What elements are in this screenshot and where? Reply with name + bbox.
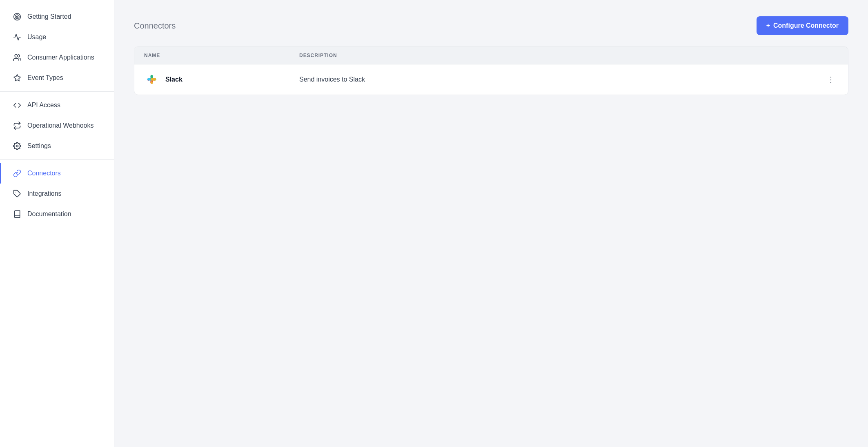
target-icon xyxy=(13,12,22,21)
plus-icon: + xyxy=(766,22,770,29)
row-description: Send invoices to Slack xyxy=(299,76,814,83)
sidebar-item-api-access[interactable]: API Access xyxy=(0,95,114,115)
sidebar-item-event-types[interactable]: Event Types xyxy=(0,68,114,88)
sidebar-item-label-event-types: Event Types xyxy=(27,74,63,82)
gear-icon xyxy=(13,142,22,150)
sidebar-item-label-usage: Usage xyxy=(27,33,46,41)
column-header-name: NAME xyxy=(144,53,299,58)
sidebar-item-consumer-applications[interactable]: Consumer Applications xyxy=(0,47,114,68)
table-header: NAME DESCRIPTION xyxy=(134,47,848,64)
code-icon xyxy=(13,101,22,110)
sidebar-item-settings[interactable]: Settings xyxy=(0,136,114,156)
sidebar-item-label-connectors: Connectors xyxy=(27,170,61,177)
sidebar-item-label-operational-webhooks: Operational Webhooks xyxy=(27,122,93,129)
row-actions-cell: ⋮ xyxy=(814,73,838,86)
svg-point-1 xyxy=(15,15,19,19)
sidebar-item-label-documentation: Documentation xyxy=(27,210,71,218)
connectors-table: NAME DESCRIPTION SlackSend invoices to S… xyxy=(134,46,848,95)
shapes-icon xyxy=(13,73,22,82)
svg-point-3 xyxy=(15,55,18,58)
sidebar-item-operational-webhooks[interactable]: Operational Webhooks xyxy=(0,115,114,136)
sidebar-item-label-getting-started: Getting Started xyxy=(27,13,71,20)
svg-point-2 xyxy=(16,16,18,17)
sidebar-item-label-integrations: Integrations xyxy=(27,190,62,197)
sidebar-item-label-consumer-applications: Consumer Applications xyxy=(27,54,94,61)
page-header: Connectors + Configure Connector xyxy=(134,16,848,35)
row-more-menu-button[interactable]: ⋮ xyxy=(823,73,838,86)
chart-icon xyxy=(13,33,22,42)
svg-marker-4 xyxy=(14,75,21,81)
sidebar-item-label-settings: Settings xyxy=(27,142,51,150)
column-header-description: DESCRIPTION xyxy=(299,53,814,58)
column-header-actions xyxy=(814,53,838,58)
sidebar-divider xyxy=(0,159,114,160)
svg-point-5 xyxy=(16,145,18,147)
slack-logo xyxy=(144,72,160,87)
book-icon xyxy=(13,210,22,219)
table-body: SlackSend invoices to Slack⋮ xyxy=(134,64,848,95)
sidebar-item-integrations[interactable]: Integrations xyxy=(0,184,114,204)
sidebar-item-getting-started[interactable]: Getting Started xyxy=(0,7,114,27)
puzzle-icon xyxy=(13,189,22,198)
sidebar-item-usage[interactable]: Usage xyxy=(0,27,114,47)
sidebar-item-connectors[interactable]: Connectors xyxy=(0,163,114,184)
row-name-cell: Slack xyxy=(144,72,299,87)
sidebar-item-documentation[interactable]: Documentation xyxy=(0,204,114,224)
configure-connector-button[interactable]: + Configure Connector xyxy=(757,16,848,35)
main-content: Connectors + Configure Connector NAME DE… xyxy=(114,0,868,447)
users-icon xyxy=(13,53,22,62)
table-row[interactable]: SlackSend invoices to Slack⋮ xyxy=(134,64,848,95)
sidebar-divider xyxy=(0,91,114,92)
sidebar: Getting StartedUsageConsumer Application… xyxy=(0,0,114,447)
page-title: Connectors xyxy=(134,21,176,31)
webhook-icon xyxy=(13,121,22,130)
sidebar-item-label-api-access: API Access xyxy=(27,102,60,109)
row-name-text: Slack xyxy=(165,76,183,83)
configure-connector-label: Configure Connector xyxy=(773,22,839,29)
connectors-icon xyxy=(13,169,22,178)
